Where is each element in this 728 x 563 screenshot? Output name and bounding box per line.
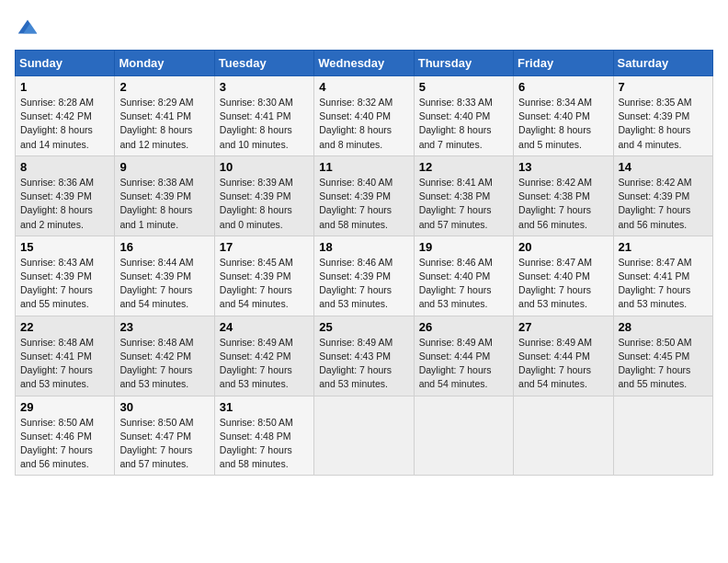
- day-number: 21: [619, 240, 708, 254]
- day-number: 12: [419, 160, 508, 174]
- header-cell-monday: Monday: [115, 51, 214, 76]
- calendar-cell: 30Sunrise: 8:50 AM Sunset: 4:47 PM Dayli…: [115, 396, 214, 476]
- day-content: Sunrise: 8:43 AM Sunset: 4:39 PM Dayligh…: [20, 256, 109, 312]
- calendar-header: SundayMondayTuesdayWednesdayThursdayFrid…: [16, 51, 713, 76]
- day-content: Sunrise: 8:29 AM Sunset: 4:41 PM Dayligh…: [119, 96, 209, 152]
- day-number: 8: [20, 160, 109, 174]
- day-content: Sunrise: 8:48 AM Sunset: 4:42 PM Dayligh…: [119, 336, 209, 392]
- day-content: Sunrise: 8:30 AM Sunset: 4:41 PM Dayligh…: [220, 96, 309, 152]
- calendar-cell: [514, 396, 613, 476]
- day-content: Sunrise: 8:49 AM Sunset: 4:42 PM Dayligh…: [220, 336, 309, 392]
- day-content: Sunrise: 8:35 AM Sunset: 4:39 PM Dayligh…: [619, 96, 708, 152]
- calendar-cell: [613, 396, 712, 476]
- calendar-cell: 11Sunrise: 8:40 AM Sunset: 4:39 PM Dayli…: [314, 155, 414, 236]
- calendar-cell: 9Sunrise: 8:38 AM Sunset: 4:39 PM Daylig…: [115, 155, 214, 236]
- calendar-cell: 21Sunrise: 8:47 AM Sunset: 4:41 PM Dayli…: [613, 236, 712, 316]
- day-number: 14: [619, 160, 708, 174]
- calendar-cell: 14Sunrise: 8:42 AM Sunset: 4:39 PM Dayli…: [613, 155, 712, 236]
- day-number: 9: [119, 160, 209, 174]
- logo: [15, 15, 44, 40]
- calendar-cell: 4Sunrise: 8:32 AM Sunset: 4:40 PM Daylig…: [314, 76, 414, 156]
- calendar-cell: 1Sunrise: 8:28 AM Sunset: 4:42 PM Daylig…: [16, 76, 115, 156]
- day-number: 10: [220, 160, 309, 174]
- day-number: 5: [419, 80, 508, 94]
- header-cell-tuesday: Tuesday: [214, 51, 313, 76]
- day-number: 6: [518, 80, 608, 94]
- day-content: Sunrise: 8:41 AM Sunset: 4:38 PM Dayligh…: [419, 176, 508, 232]
- day-content: Sunrise: 8:33 AM Sunset: 4:40 PM Dayligh…: [419, 96, 508, 152]
- day-number: 31: [220, 400, 309, 414]
- day-number: 22: [20, 320, 109, 334]
- day-number: 23: [119, 320, 209, 334]
- day-number: 13: [518, 160, 608, 174]
- calendar-cell: 31Sunrise: 8:50 AM Sunset: 4:48 PM Dayli…: [214, 396, 313, 476]
- day-number: 26: [419, 320, 508, 334]
- calendar-cell: 17Sunrise: 8:45 AM Sunset: 4:39 PM Dayli…: [214, 236, 313, 316]
- day-content: Sunrise: 8:49 AM Sunset: 4:44 PM Dayligh…: [419, 336, 508, 392]
- header-row: SundayMondayTuesdayWednesdayThursdayFrid…: [16, 51, 713, 76]
- calendar-cell: 19Sunrise: 8:46 AM Sunset: 4:40 PM Dayli…: [414, 236, 513, 316]
- day-content: Sunrise: 8:47 AM Sunset: 4:40 PM Dayligh…: [518, 256, 608, 312]
- calendar-cell: 23Sunrise: 8:48 AM Sunset: 4:42 PM Dayli…: [115, 316, 214, 396]
- day-content: Sunrise: 8:28 AM Sunset: 4:42 PM Dayligh…: [20, 96, 109, 152]
- calendar-cell: 7Sunrise: 8:35 AM Sunset: 4:39 PM Daylig…: [613, 76, 712, 156]
- day-content: Sunrise: 8:34 AM Sunset: 4:40 PM Dayligh…: [518, 96, 608, 152]
- logo-icon: [15, 15, 40, 40]
- day-number: 17: [220, 240, 309, 254]
- header-cell-thursday: Thursday: [414, 51, 513, 76]
- calendar-cell: 12Sunrise: 8:41 AM Sunset: 4:38 PM Dayli…: [414, 155, 513, 236]
- header-cell-sunday: Sunday: [16, 51, 115, 76]
- header-cell-friday: Friday: [514, 51, 613, 76]
- day-number: 30: [119, 400, 209, 414]
- day-number: 24: [220, 320, 309, 334]
- day-number: 27: [518, 320, 608, 334]
- calendar-cell: 27Sunrise: 8:49 AM Sunset: 4:44 PM Dayli…: [514, 316, 613, 396]
- day-number: 19: [419, 240, 508, 254]
- calendar-cell: 26Sunrise: 8:49 AM Sunset: 4:44 PM Dayli…: [414, 316, 513, 396]
- day-content: Sunrise: 8:45 AM Sunset: 4:39 PM Dayligh…: [220, 256, 309, 312]
- calendar-week-5: 29Sunrise: 8:50 AM Sunset: 4:46 PM Dayli…: [16, 396, 713, 476]
- day-content: Sunrise: 8:36 AM Sunset: 4:39 PM Dayligh…: [20, 176, 109, 232]
- calendar-cell: 28Sunrise: 8:50 AM Sunset: 4:45 PM Dayli…: [613, 316, 712, 396]
- day-content: Sunrise: 8:40 AM Sunset: 4:39 PM Dayligh…: [319, 176, 408, 232]
- calendar-cell: 18Sunrise: 8:46 AM Sunset: 4:39 PM Dayli…: [314, 236, 414, 316]
- calendar-body: 1Sunrise: 8:28 AM Sunset: 4:42 PM Daylig…: [16, 76, 713, 476]
- calendar-cell: 29Sunrise: 8:50 AM Sunset: 4:46 PM Dayli…: [16, 396, 115, 476]
- calendar-week-1: 1Sunrise: 8:28 AM Sunset: 4:42 PM Daylig…: [16, 76, 713, 156]
- day-number: 16: [119, 240, 209, 254]
- day-content: Sunrise: 8:42 AM Sunset: 4:39 PM Dayligh…: [619, 176, 708, 232]
- day-number: 20: [518, 240, 608, 254]
- day-content: Sunrise: 8:44 AM Sunset: 4:39 PM Dayligh…: [119, 256, 209, 312]
- day-number: 28: [619, 320, 708, 334]
- calendar-week-2: 8Sunrise: 8:36 AM Sunset: 4:39 PM Daylig…: [16, 155, 713, 236]
- calendar-week-3: 15Sunrise: 8:43 AM Sunset: 4:39 PM Dayli…: [16, 236, 713, 316]
- header-cell-wednesday: Wednesday: [314, 51, 414, 76]
- header: [15, 15, 713, 40]
- day-number: 11: [319, 160, 408, 174]
- calendar-week-4: 22Sunrise: 8:48 AM Sunset: 4:41 PM Dayli…: [16, 316, 713, 396]
- day-number: 1: [20, 80, 109, 94]
- day-content: Sunrise: 8:47 AM Sunset: 4:41 PM Dayligh…: [619, 256, 708, 312]
- calendar-cell: 16Sunrise: 8:44 AM Sunset: 4:39 PM Dayli…: [115, 236, 214, 316]
- calendar-table: SundayMondayTuesdayWednesdayThursdayFrid…: [15, 50, 713, 476]
- day-content: Sunrise: 8:48 AM Sunset: 4:41 PM Dayligh…: [20, 336, 109, 392]
- calendar-cell: 20Sunrise: 8:47 AM Sunset: 4:40 PM Dayli…: [514, 236, 613, 316]
- calendar-cell: 15Sunrise: 8:43 AM Sunset: 4:39 PM Dayli…: [16, 236, 115, 316]
- calendar-cell: 10Sunrise: 8:39 AM Sunset: 4:39 PM Dayli…: [214, 155, 313, 236]
- header-cell-saturday: Saturday: [613, 51, 712, 76]
- calendar-cell: [314, 396, 414, 476]
- calendar-cell: 6Sunrise: 8:34 AM Sunset: 4:40 PM Daylig…: [514, 76, 613, 156]
- day-content: Sunrise: 8:46 AM Sunset: 4:39 PM Dayligh…: [319, 256, 408, 312]
- day-number: 4: [319, 80, 408, 94]
- day-content: Sunrise: 8:38 AM Sunset: 4:39 PM Dayligh…: [119, 176, 209, 232]
- calendar-cell: 13Sunrise: 8:42 AM Sunset: 4:38 PM Dayli…: [514, 155, 613, 236]
- calendar-cell: 22Sunrise: 8:48 AM Sunset: 4:41 PM Dayli…: [16, 316, 115, 396]
- day-content: Sunrise: 8:32 AM Sunset: 4:40 PM Dayligh…: [319, 96, 408, 152]
- calendar-cell: 2Sunrise: 8:29 AM Sunset: 4:41 PM Daylig…: [115, 76, 214, 156]
- day-number: 3: [220, 80, 309, 94]
- day-content: Sunrise: 8:49 AM Sunset: 4:43 PM Dayligh…: [319, 336, 408, 392]
- day-content: Sunrise: 8:50 AM Sunset: 4:47 PM Dayligh…: [119, 416, 209, 472]
- day-content: Sunrise: 8:39 AM Sunset: 4:39 PM Dayligh…: [220, 176, 309, 232]
- calendar-cell: 24Sunrise: 8:49 AM Sunset: 4:42 PM Dayli…: [214, 316, 313, 396]
- day-content: Sunrise: 8:50 AM Sunset: 4:48 PM Dayligh…: [220, 416, 309, 472]
